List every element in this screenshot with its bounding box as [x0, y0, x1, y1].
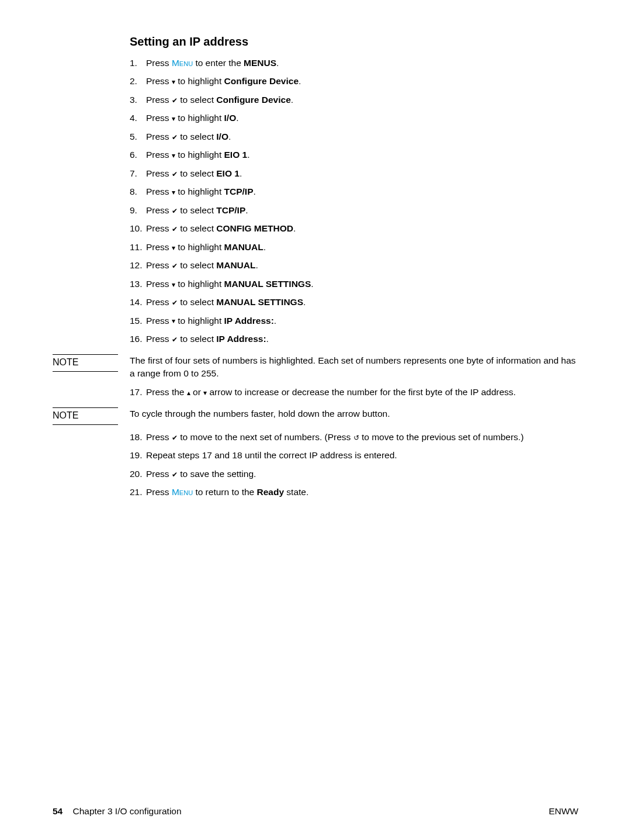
- step-item: 17.Press the ▴ or ▾ arrow to increase or…: [130, 386, 578, 399]
- down-icon: ▾: [172, 317, 175, 324]
- check-icon: ✔: [172, 262, 178, 269]
- section-heading: Setting an IP address: [130, 35, 578, 49]
- step-item: 20.Press ✔ to save the setting.: [130, 468, 578, 481]
- step-item: 10.Press ✔ to select CONFIG METHOD.: [130, 222, 578, 235]
- check-icon: ✔: [172, 171, 178, 178]
- step-item: 3.Press ✔ to select Configure Device.: [130, 94, 578, 106]
- check-icon: ✔: [172, 471, 178, 478]
- check-icon: ✔: [172, 336, 178, 343]
- instruction-list: 17.Press the ▴ or ▾ arrow to increase or…: [130, 386, 578, 399]
- check-icon: ✔: [172, 134, 178, 141]
- step-item: 13.Press ▾ to highlight MANUAL SETTINGS.: [130, 278, 578, 291]
- page-footer: 54 Chapter 3 I/O configuration ENWW: [53, 806, 578, 817]
- chapter-label: Chapter 3 I/O configuration: [72, 806, 181, 816]
- step-item: 21.Press Menu to return to the Ready sta…: [130, 486, 578, 499]
- note-label-wrap: NOTE: [53, 354, 130, 381]
- check-icon: ✔: [172, 97, 178, 104]
- down-icon: ▾: [172, 152, 175, 159]
- footer-right: ENWW: [549, 806, 578, 817]
- check-icon: ✔: [172, 299, 178, 306]
- down-icon: ▾: [172, 115, 175, 122]
- step-item: 1.Press Menu to enter the MENUS.: [130, 57, 578, 70]
- note-body: To cycle through the numbers faster, hol…: [130, 407, 578, 425]
- step-item: 11.Press ▾ to highlight MANUAL.: [130, 241, 578, 254]
- note-label: NOTE: [53, 407, 118, 425]
- menu-key: Menu: [172, 58, 193, 68]
- step-item: 12.Press ✔ to select MANUAL.: [130, 259, 578, 272]
- steps-continued: 18.Press ✔ to move to the next set of nu…: [130, 431, 578, 499]
- step-item: 16.Press ✔ to select IP Address:.: [130, 333, 578, 345]
- step-item: 2.Press ▾ to highlight Configure Device.: [130, 75, 578, 88]
- check-icon: ✔: [172, 208, 178, 215]
- menu-key: Menu: [172, 487, 193, 497]
- note-block: NOTE To cycle through the numbers faster…: [53, 407, 578, 425]
- steps-continued: 17.Press the ▴ or ▾ arrow to increase or…: [130, 386, 578, 399]
- main-content: Setting an IP address 1.Press Menu to en…: [130, 35, 578, 346]
- down-icon: ▾: [172, 244, 175, 251]
- down-icon: ▾: [203, 389, 207, 396]
- step-item: 18.Press ✔ to move to the next set of nu…: [130, 431, 578, 444]
- down-icon: ▾: [172, 189, 175, 196]
- check-icon: ✔: [172, 226, 178, 233]
- page-number: 54: [53, 806, 63, 816]
- instruction-list: 1.Press Menu to enter the MENUS.2.Press …: [130, 57, 578, 346]
- step-item: 9.Press ✔ to select TCP/IP.: [130, 204, 578, 217]
- note-label-wrap: NOTE: [53, 407, 130, 425]
- instruction-list: 18.Press ✔ to move to the next set of nu…: [130, 431, 578, 499]
- back-icon: ↺: [353, 434, 359, 441]
- note-label: NOTE: [53, 354, 118, 372]
- footer-left: 54 Chapter 3 I/O configuration: [53, 806, 182, 817]
- up-icon: ▴: [187, 389, 190, 396]
- step-item: 14.Press ✔ to select MANUAL SETTINGS.: [130, 296, 578, 309]
- down-icon: ▾: [172, 281, 175, 288]
- step-item: 5.Press ✔ to select I/O.: [130, 130, 578, 143]
- document-page: Setting an IP address 1.Press Menu to en…: [0, 0, 631, 840]
- step-item: 19.Repeat steps 17 and 18 until the corr…: [130, 449, 578, 462]
- step-item: 15.Press ▾ to highlight IP Address:.: [130, 314, 578, 327]
- note-block: NOTE The first of four sets of numbers i…: [53, 354, 578, 381]
- note-body: The first of four sets of numbers is hig…: [130, 354, 578, 381]
- check-icon: ✔: [172, 434, 178, 441]
- down-icon: ▾: [172, 78, 175, 85]
- step-item: 7.Press ✔ to select EIO 1.: [130, 167, 578, 180]
- step-item: 8.Press ▾ to highlight TCP/IP.: [130, 185, 578, 198]
- step-item: 6.Press ▾ to highlight EIO 1.: [130, 148, 578, 161]
- step-item: 4.Press ▾ to highlight I/O.: [130, 112, 578, 125]
